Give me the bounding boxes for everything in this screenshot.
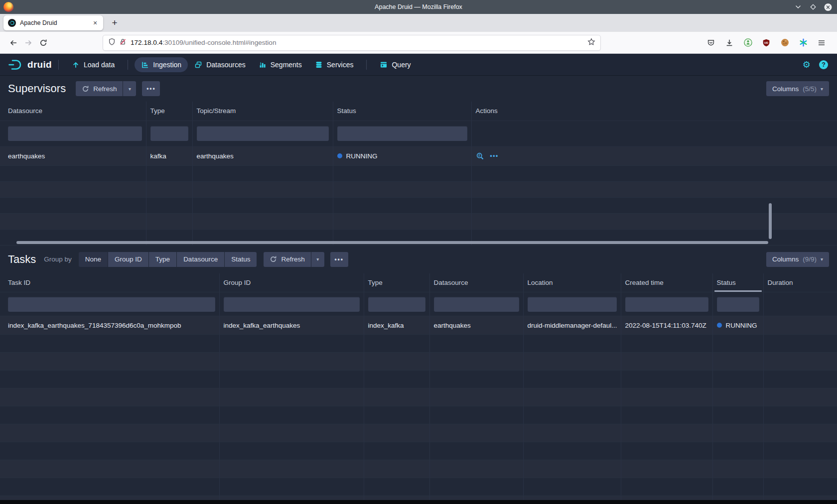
task-group-id-cell: index_kafka_earthquakes xyxy=(219,316,364,335)
cookie-extension-icon[interactable] xyxy=(777,35,792,50)
column-header-duration[interactable]: Duration xyxy=(763,273,837,292)
upload-icon xyxy=(72,61,80,69)
row-more-actions-icon[interactable]: ••• xyxy=(490,152,499,159)
group-by-type-button[interactable]: Type xyxy=(149,252,176,267)
extension-green-icon[interactable] xyxy=(740,35,755,50)
task-row: index_kafka_earthquakes_7184357396d6c0a_… xyxy=(0,316,837,335)
column-header-status[interactable]: Status xyxy=(712,273,763,292)
column-header-actions[interactable]: Actions xyxy=(471,102,837,121)
empty-row xyxy=(0,197,837,213)
supervisor-status-cell: RUNNING xyxy=(333,146,471,165)
help-icon[interactable]: ? xyxy=(819,60,828,69)
tracking-protection-shield-icon[interactable] xyxy=(108,38,116,48)
svg-text:UO: UO xyxy=(764,41,768,44)
nav-item-services[interactable]: Services xyxy=(308,57,360,72)
divider xyxy=(366,60,367,70)
tasks-header-row: Task ID Group ID Type Datasource Locatio… xyxy=(0,273,837,292)
toolbar-right-icons: UO xyxy=(703,35,831,50)
status-filter-input[interactable] xyxy=(337,126,467,141)
refresh-button[interactable]: Refresh xyxy=(76,81,123,96)
tab-close-icon[interactable]: × xyxy=(90,18,100,28)
created-time-filter-input[interactable] xyxy=(625,297,708,312)
nav-item-segments[interactable]: Segments xyxy=(252,57,308,72)
tasks-title: Tasks xyxy=(8,253,36,266)
task-id-filter-input[interactable] xyxy=(8,297,215,312)
column-header-type[interactable]: Type xyxy=(146,102,192,121)
settings-gear-icon[interactable]: ⚙ xyxy=(803,60,811,69)
tasks-more-button[interactable]: ••• xyxy=(330,252,348,267)
menu-hamburger-icon[interactable] xyxy=(814,35,829,50)
columns-label: Columns xyxy=(772,85,799,93)
column-header-topic-stream[interactable]: Topic/Stream xyxy=(192,102,333,121)
refresh-interval-dropdown[interactable]: ▾ xyxy=(123,81,136,96)
search-detail-icon[interactable] xyxy=(476,152,484,160)
nav-item-ingestion[interactable]: Ingestion xyxy=(135,57,188,72)
maximize-button[interactable] xyxy=(809,3,817,11)
supervisors-title: Supervisors xyxy=(8,82,66,95)
close-button[interactable] xyxy=(824,3,832,11)
datasource-filter-input[interactable] xyxy=(434,297,519,312)
location-filter-input[interactable] xyxy=(528,297,617,312)
druid-logo[interactable]: druid xyxy=(7,58,52,71)
group-by-group-id-button[interactable]: Group ID xyxy=(108,252,148,267)
back-button[interactable] xyxy=(6,35,21,50)
asterisk-extension-icon[interactable] xyxy=(796,35,811,50)
refresh-label: Refresh xyxy=(281,255,304,263)
nav-item-label: Datasources xyxy=(206,61,246,69)
group-by-segmented: None Group ID Type Datasource Status xyxy=(79,252,257,267)
type-filter-input[interactable] xyxy=(150,126,188,141)
chevron-down-icon: ▾ xyxy=(129,86,131,92)
ublock-origin-icon[interactable]: UO xyxy=(759,35,774,50)
column-header-group-id[interactable]: Group ID xyxy=(219,273,364,292)
nav-item-datasources[interactable]: Datasources xyxy=(188,57,252,72)
group-by-label: Group by xyxy=(44,255,72,263)
task-id-cell: index_kafka_earthquakes_7184357396d6c0a_… xyxy=(0,316,219,335)
group-id-filter-input[interactable] xyxy=(224,297,360,312)
group-by-datasource-button[interactable]: Datasource xyxy=(177,252,224,267)
supervisors-filter-row xyxy=(0,121,837,146)
column-header-location[interactable]: Location xyxy=(523,273,621,292)
refresh-interval-dropdown[interactable]: ▾ xyxy=(311,252,324,267)
url-bar[interactable]: 172.18.0.4:30109/unified-console.html#in… xyxy=(103,35,601,51)
column-header-status[interactable]: Status xyxy=(333,102,471,121)
columns-count: (9/9) xyxy=(803,255,817,263)
vertical-scrollbar[interactable] xyxy=(769,203,772,239)
column-header-created-time[interactable]: Created time xyxy=(621,273,712,292)
refresh-icon xyxy=(82,85,89,93)
forward-button[interactable] xyxy=(21,35,36,50)
refresh-button[interactable]: Refresh xyxy=(264,252,310,267)
status-dot xyxy=(717,323,722,328)
group-by-status-button[interactable]: Status xyxy=(225,252,257,267)
nav-item-load-data[interactable]: Load data xyxy=(65,57,121,72)
chevron-down-icon: ▾ xyxy=(821,256,823,262)
empty-row xyxy=(0,442,837,460)
type-filter-input[interactable] xyxy=(368,297,425,312)
browser-tab[interactable]: Apache Druid × xyxy=(3,15,103,30)
minimize-button[interactable] xyxy=(794,3,802,11)
new-tab-button[interactable]: + xyxy=(107,15,122,30)
druid-navbar: druid Load data Ingestion Datasources Se… xyxy=(0,54,837,76)
reload-button[interactable] xyxy=(36,35,51,50)
datasource-filter-input[interactable] xyxy=(8,126,142,141)
column-header-datasource[interactable]: Datasource xyxy=(0,102,146,121)
column-header-datasource[interactable]: Datasource xyxy=(429,273,523,292)
empty-row xyxy=(0,165,837,181)
column-header-type[interactable]: Type xyxy=(364,273,429,292)
supervisors-more-button[interactable]: ••• xyxy=(142,81,160,96)
insecure-lock-icon[interactable] xyxy=(119,38,127,48)
empty-row xyxy=(0,424,837,442)
bookmark-star-icon[interactable] xyxy=(587,38,595,48)
tasks-columns-dropdown[interactable]: Columns (9/9) ▾ xyxy=(766,252,829,267)
topic-stream-filter-input[interactable] xyxy=(197,126,329,141)
pocket-icon[interactable] xyxy=(703,35,718,50)
downloads-icon[interactable] xyxy=(722,35,737,50)
nav-item-query[interactable]: Query xyxy=(373,57,417,72)
column-header-task-id[interactable]: Task ID xyxy=(0,273,219,292)
url-text[interactable]: 172.18.0.4:30109/unified-console.html#in… xyxy=(131,39,587,46)
supervisors-columns-dropdown[interactable]: Columns (5/5) ▾ xyxy=(766,81,829,96)
group-by-none-button[interactable]: None xyxy=(79,252,108,267)
horizontal-scrollbar[interactable] xyxy=(16,241,768,244)
gantt-chart-icon xyxy=(141,61,149,69)
status-filter-input[interactable] xyxy=(717,297,759,312)
url-path: :30109/unified-console.html#ingestion xyxy=(162,39,276,46)
